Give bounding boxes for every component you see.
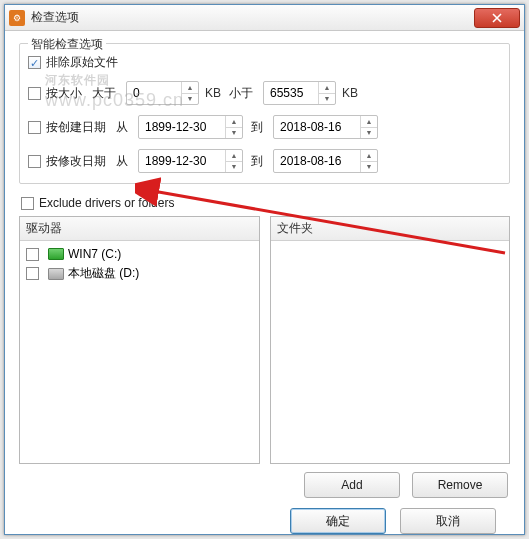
cancel-button[interactable]: 取消: [400, 508, 496, 534]
by-size-label: 按大小: [46, 85, 82, 102]
add-button[interactable]: Add: [304, 472, 400, 498]
drive-label: WIN7 (C:): [68, 247, 121, 261]
create-from-btns: ▲ ▼: [225, 116, 242, 138]
row-by-modify: 按修改日期 从 ▲ ▼ 到 ▲ ▼: [28, 149, 501, 173]
by-size-checkbox[interactable]: [28, 87, 41, 100]
create-to-date: ▲ ▼: [273, 115, 378, 139]
spin-up-icon[interactable]: ▲: [182, 82, 198, 94]
create-to-input[interactable]: [274, 116, 360, 138]
close-icon: [492, 13, 502, 23]
titlebar: ⚙ 检查选项: [5, 5, 524, 31]
size-min-spinner: ▲ ▼: [126, 81, 199, 105]
to-label-2: 到: [251, 153, 263, 170]
list-item[interactable]: WIN7 (C:): [26, 245, 253, 263]
drivers-body[interactable]: WIN7 (C:) 本地磁盘 (D:): [20, 241, 259, 463]
exclude-raw-checkbox[interactable]: [28, 56, 41, 69]
row-by-create: 按创建日期 从 ▲ ▼ 到 ▲ ▼: [28, 115, 501, 139]
drive-label: 本地磁盘 (D:): [68, 265, 139, 282]
modify-from-input[interactable]: [139, 150, 225, 172]
spin-up-icon[interactable]: ▲: [319, 82, 335, 94]
drive-icon: [48, 268, 64, 280]
group-legend: 智能检查选项: [28, 36, 106, 53]
modify-to-btns: ▲ ▼: [360, 150, 377, 172]
folders-listbox: 文件夹: [270, 216, 511, 464]
spin-up-icon[interactable]: ▲: [226, 150, 242, 162]
size-max-spin-buttons: ▲ ▼: [318, 82, 335, 104]
to-label-1: 到: [251, 119, 263, 136]
unit-kb-2: KB: [342, 86, 358, 100]
by-create-checkbox[interactable]: [28, 121, 41, 134]
dialog-window: ⚙ 检查选项 河东软件园 www.pc0359.cn 智能检查选项 排除原始文件…: [4, 4, 525, 535]
row-exclude-raw: 排除原始文件: [28, 54, 501, 71]
create-to-btns: ▲ ▼: [360, 116, 377, 138]
row-by-size: 按大小 大于 ▲ ▼ KB 小于 ▲ ▼: [28, 81, 501, 105]
unit-kb-1: KB: [205, 86, 221, 100]
exclude-raw-label: 排除原始文件: [46, 54, 118, 71]
drivers-listbox: 驱动器 WIN7 (C:) 本地磁盘 (D:): [19, 216, 260, 464]
window-title: 检查选项: [31, 9, 474, 26]
modify-to-date: ▲ ▼: [273, 149, 378, 173]
spin-down-icon[interactable]: ▼: [361, 128, 377, 139]
lists-area: 驱动器 WIN7 (C:) 本地磁盘 (D:) 文件夹: [19, 216, 510, 464]
spin-up-icon[interactable]: ▲: [226, 116, 242, 128]
modify-from-btns: ▲ ▼: [225, 150, 242, 172]
drive-checkbox[interactable]: [26, 267, 39, 280]
exclude-paths-checkbox[interactable]: [21, 197, 34, 210]
size-min-spin-buttons: ▲ ▼: [181, 82, 198, 104]
size-max-spinner: ▲ ▼: [263, 81, 336, 105]
spin-down-icon[interactable]: ▼: [182, 94, 198, 105]
drive-icon: [48, 248, 64, 260]
create-from-input[interactable]: [139, 116, 225, 138]
from-label-2: 从: [116, 153, 128, 170]
dialog-body: 河东软件园 www.pc0359.cn 智能检查选项 排除原始文件 按大小 大于…: [5, 31, 524, 539]
less-than-label: 小于: [229, 85, 253, 102]
size-max-input[interactable]: [264, 82, 318, 104]
row-exclude-paths: Exclude drivers or folders: [21, 196, 508, 210]
drivers-header: 驱动器: [20, 217, 259, 241]
exclude-paths-label: Exclude drivers or folders: [39, 196, 174, 210]
folder-buttons: Add Remove: [19, 472, 510, 498]
spin-down-icon[interactable]: ▼: [319, 94, 335, 105]
spin-down-icon[interactable]: ▼: [226, 162, 242, 173]
by-modify-label: 按修改日期: [46, 153, 106, 170]
modify-to-input[interactable]: [274, 150, 360, 172]
folders-header: 文件夹: [271, 217, 510, 241]
list-item[interactable]: 本地磁盘 (D:): [26, 263, 253, 284]
ok-button[interactable]: 确定: [290, 508, 386, 534]
modify-from-date: ▲ ▼: [138, 149, 243, 173]
spin-down-icon[interactable]: ▼: [361, 162, 377, 173]
smart-check-group: 智能检查选项 排除原始文件 按大小 大于 ▲ ▼ KB 小于: [19, 43, 510, 184]
create-from-date: ▲ ▼: [138, 115, 243, 139]
greater-than-label: 大于: [92, 85, 116, 102]
remove-button[interactable]: Remove: [412, 472, 508, 498]
close-button[interactable]: [474, 8, 520, 28]
spin-up-icon[interactable]: ▲: [361, 150, 377, 162]
app-icon: ⚙: [9, 10, 25, 26]
by-create-label: 按创建日期: [46, 119, 106, 136]
from-label-1: 从: [116, 119, 128, 136]
dialog-footer: 确定 取消: [19, 498, 510, 534]
by-modify-checkbox[interactable]: [28, 155, 41, 168]
drive-checkbox[interactable]: [26, 248, 39, 261]
spin-down-icon[interactable]: ▼: [226, 128, 242, 139]
spin-up-icon[interactable]: ▲: [361, 116, 377, 128]
size-min-input[interactable]: [127, 82, 181, 104]
folders-body[interactable]: [271, 241, 510, 463]
